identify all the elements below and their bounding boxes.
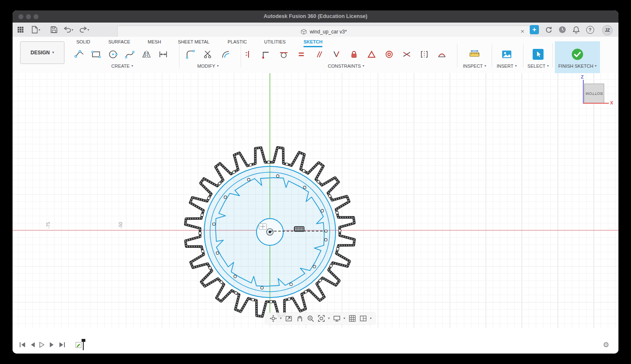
sync-status-icon[interactable] xyxy=(544,25,553,34)
fit-icon[interactable] xyxy=(317,315,325,323)
new-tab-button[interactable]: + xyxy=(530,25,539,34)
axis-value-label: -75 xyxy=(46,219,51,232)
constraint-fix-lock-icon[interactable] xyxy=(346,47,362,61)
constraint-parallel-icon[interactable] xyxy=(311,47,326,61)
chevron-down-icon: ▾ xyxy=(52,51,54,54)
finish-sketch-check-icon[interactable] xyxy=(570,47,585,61)
ribbon-divider xyxy=(492,43,492,67)
timeline-step-forward-icon[interactable] xyxy=(48,341,56,348)
cube-icon xyxy=(301,29,307,35)
chevron-down-icon[interactable]: ▾ xyxy=(280,317,282,320)
timeline-go-to-end-icon[interactable] xyxy=(58,341,66,348)
tab-plastic[interactable]: PLASTIC xyxy=(228,38,247,46)
group-constraints[interactable]: CONSTRAINTS▾ xyxy=(328,64,364,69)
timeline-settings-gear-icon[interactable]: ⚙ xyxy=(603,341,609,349)
constraint-horizontal-vertical-icon[interactable] xyxy=(241,47,256,61)
constraint-curvature-icon[interactable] xyxy=(434,47,449,61)
look-at-icon[interactable] xyxy=(285,315,292,323)
job-status-clock-icon[interactable] xyxy=(558,25,567,34)
ribbon-divider xyxy=(457,43,457,67)
group-create[interactable]: CREATE▾ xyxy=(111,64,133,69)
constraint-collinear-icon[interactable] xyxy=(399,47,414,61)
viewcube-z-axis-label: Z xyxy=(581,74,584,79)
constraint-symmetry-icon[interactable] xyxy=(417,47,432,61)
viewports-icon[interactable] xyxy=(359,315,367,323)
tab-utilities[interactable]: UTILITIES xyxy=(264,38,285,46)
ribbon: DESIGN ▾ SOLID SURFACE MESH SHEET METAL … xyxy=(13,37,618,74)
chevron-down-icon[interactable]: ▾ xyxy=(38,28,40,32)
navigation-bar: ▾ ▾ xyxy=(265,313,375,324)
chevron-down-icon: ▾ xyxy=(217,64,218,68)
constraint-equal-icon[interactable] xyxy=(294,47,309,61)
design-workspace-menu[interactable]: DESIGN ▾ xyxy=(20,41,64,64)
tool-trim-icon[interactable] xyxy=(200,47,215,61)
tool-sketch-dimension-icon[interactable] xyxy=(156,47,171,61)
constraint-tangent-icon[interactable] xyxy=(276,47,291,61)
constraint-coincident-icon[interactable] xyxy=(259,47,274,61)
chevron-down-icon[interactable]: ▾ xyxy=(328,317,330,320)
tool-rectangle-icon[interactable] xyxy=(89,47,104,61)
tab-sketch[interactable]: SKETCH xyxy=(303,38,322,47)
timeline-sketch-feature[interactable] xyxy=(75,342,82,349)
apps-grid-icon[interactable] xyxy=(16,25,25,34)
app-toolbar: ▾ ▾ ▾ wind_up_car v3* × + xyxy=(13,23,618,37)
tool-offset-icon[interactable] xyxy=(218,47,233,61)
model-canvas[interactable]: -75 -50 Z BOTTOM X ▾ xyxy=(13,73,618,328)
constraint-midpoint-icon[interactable] xyxy=(364,47,379,61)
chevron-down-icon: ▾ xyxy=(131,64,133,68)
viewcube-face-bottom[interactable]: BOTTOM xyxy=(584,84,604,103)
notifications-bell-icon[interactable] xyxy=(572,25,581,34)
timeline-go-to-start-icon[interactable] xyxy=(18,341,27,348)
ribbon-divider xyxy=(179,43,180,67)
chevron-down-icon[interactable]: ▾ xyxy=(370,317,372,320)
group-finish-sketch[interactable]: FINISH SKETCH▾ xyxy=(558,64,597,69)
tab-surface[interactable]: SURFACE xyxy=(108,38,130,46)
display-settings-icon[interactable] xyxy=(333,315,341,323)
viewcube-z-axis-line xyxy=(583,80,584,103)
tool-select-icon[interactable] xyxy=(531,47,546,61)
avatar[interactable]: JZ xyxy=(602,25,613,36)
tool-mirror-icon[interactable] xyxy=(139,47,154,61)
ribbon-divider xyxy=(552,43,553,67)
tab-solid[interactable]: SOLID xyxy=(76,38,90,46)
new-document-icon[interactable] xyxy=(30,25,39,34)
tool-circle-icon[interactable] xyxy=(105,47,121,61)
axis-value-label: -50 xyxy=(118,219,123,232)
group-insert[interactable]: INSERT▾ xyxy=(497,64,517,69)
timeline-playhead[interactable] xyxy=(82,339,86,350)
constraint-concentric-icon[interactable] xyxy=(382,47,397,61)
tool-measure-icon[interactable] xyxy=(467,47,482,61)
group-select[interactable]: SELECT▾ xyxy=(528,64,549,69)
tab-sheet-metal[interactable]: SHEET METAL xyxy=(178,38,209,46)
plus-icon: + xyxy=(532,26,536,33)
tool-line-icon[interactable] xyxy=(72,47,87,61)
document-tab-label: wind_up_car v3* xyxy=(310,29,347,35)
chevron-down-icon[interactable]: ▾ xyxy=(72,28,73,32)
document-tab[interactable]: wind_up_car v3* × xyxy=(117,25,531,37)
view-cube[interactable]: Z BOTTOM X xyxy=(578,75,615,109)
tool-fillet-icon[interactable] xyxy=(183,47,198,61)
ribbon-divider xyxy=(523,43,523,67)
tool-insert-canvas-icon[interactable] xyxy=(499,47,514,61)
tool-spline-icon[interactable] xyxy=(122,47,137,61)
zoom-icon[interactable] xyxy=(306,315,314,323)
constraint-perpendicular-icon[interactable] xyxy=(329,47,344,61)
group-inspect[interactable]: INSPECT▾ xyxy=(463,64,486,69)
chevron-down-icon: ▾ xyxy=(515,64,517,68)
save-icon[interactable] xyxy=(49,25,59,34)
pan-hand-icon[interactable] xyxy=(295,315,303,323)
undo-icon[interactable] xyxy=(63,25,72,34)
redo-icon[interactable] xyxy=(79,25,88,34)
timeline-step-back-icon[interactable] xyxy=(28,341,37,348)
grid-display-icon[interactable] xyxy=(348,315,356,323)
group-modify[interactable]: MODIFY▾ xyxy=(198,64,219,69)
chevron-down-icon[interactable]: ▾ xyxy=(87,28,89,32)
timeline-play-icon[interactable] xyxy=(38,341,46,348)
sketch-gear-geometry[interactable] xyxy=(13,73,618,328)
tab-mesh[interactable]: MESH xyxy=(148,38,161,46)
close-tab-icon[interactable]: × xyxy=(521,28,524,35)
chevron-down-icon[interactable]: ▾ xyxy=(344,317,345,320)
orbit-icon[interactable] xyxy=(269,315,277,323)
help-icon[interactable]: ? xyxy=(585,25,595,34)
fusion-window: Autodesk Fusion 360 (Education License) … xyxy=(13,10,618,354)
